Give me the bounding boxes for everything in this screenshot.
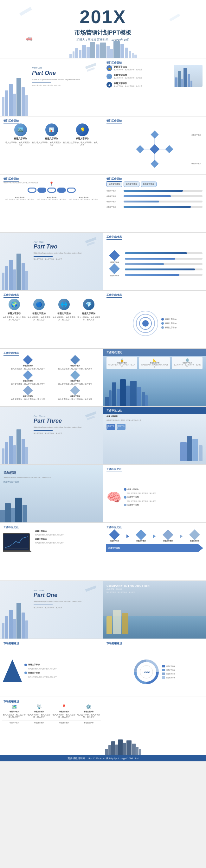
- market-plan-1-title: 市场营销规划: [3, 642, 19, 646]
- company-intro-title: COMPANY INTRODUCTION: [106, 584, 203, 587]
- slide-part-three: Part Three Part Three Subject to all age…: [0, 407, 103, 465]
- slide-concentric-title: 工作完成情况: [106, 293, 122, 298]
- item2-desc: 输入文字添加，输入文字添加，输入文字: [114, 77, 142, 79]
- laptop-screen: [3, 533, 30, 551]
- arr-sep-2: [153, 531, 156, 542]
- mi-item-2: 📡 标题文字添加 输入文字添加，输入文字添加，输入文字: [27, 704, 52, 718]
- slide-company-intro: COMPANY INTRODUCTION 此处填写文字说明 输入文字添加，输入文…: [103, 581, 206, 639]
- slide-dept-1-title: 部门工作总结: [106, 61, 122, 65]
- slide-circles-left-title: 部门工作总结: [3, 119, 19, 123]
- part-one-extra: 输入文字添加，输入文字添加，输入文字: [32, 85, 100, 87]
- mi-icon-1: 🗺️: [12, 704, 17, 709]
- slide-globe-icons: 工作完成情况 🌍 标题文字添加 输入文字添加，输入文字添加，输入文字 🔵 标题文…: [0, 290, 103, 348]
- cycle-diagram-title: 市场营销规划: [106, 642, 122, 646]
- site-footer: 更多模板请访问：http://186c.com 或 http://ppt.cn/…: [0, 755, 206, 762]
- cycle-svg: LOGO: [134, 659, 159, 685]
- globe-item-3: 🌐 标题文字添加 输入文字添加，输入文字添加，输入文字: [52, 299, 76, 321]
- slide-bars-1: 部门工作总结 标题文字添加 标题文字添加 标题文字添加 标题文字添加 标题文字添…: [103, 174, 206, 232]
- slide-cover: 201X 市场营销计划PPT模板 汇报人：王海涛 汇报时间：101010年10月…: [0, 0, 206, 58]
- arr-diamond-2: [136, 529, 146, 540]
- slide-diamond-grid: 工作完成情况 标题文字添加 输入文字添加，输入文字添加，输入文字 标题文字添加 …: [0, 348, 103, 407]
- arr-item-2: 标题文字添加: [136, 531, 146, 542]
- laptop-base: [3, 551, 31, 552]
- thank-you-text: THANK YOU: [123, 721, 187, 731]
- deficiency-city-title: 工作不足之处: [106, 409, 122, 412]
- mi-item-1: 🗺️ 标题文字添加 输入文字添加，输入文字添加，输入文字: [2, 704, 27, 718]
- slide-work-status-1: 工作完成情况 标题文字添加 标题文字添加: [103, 232, 206, 290]
- slide-add-title: 添加标题 Subject to all ages business conten…: [0, 465, 103, 523]
- part-three-extra: 输入文字添加，输入文字添加，输入文字: [34, 432, 100, 434]
- item1-title: 标题文字添加: [114, 66, 142, 68]
- add-title-text: 添加标题: [3, 471, 100, 475]
- laptop-slide-title: 工作不足之处: [3, 526, 19, 530]
- slide-diamonds-1: 部门工作总结 标题文字添加 标题文字添加: [103, 116, 206, 174]
- mi-icon-3: 📍: [61, 704, 67, 709]
- item3-desc: 输入文字添加，输入文字添加，输入文字: [114, 85, 142, 87]
- slide-market-plan-1: 市场营销规划 标题文字添加 输入文字添加，输入文字添加，输入文字 标题文字添加 …: [0, 639, 103, 697]
- slide-city-blue: 工作完成情况 🔒 标题文字添加 输入文字添加，输入文字添加，输入文字 📐: [103, 348, 206, 407]
- mi-icon-4: ⚙️: [86, 704, 91, 709]
- dg-item-5: 标题文字添加 输入文字添加，输入文字添加，输入文字: [11, 387, 45, 401]
- diamond-label-1: 标题文字添加: [192, 134, 201, 136]
- slide-part-one-2: Part One Part One Subject to all ages bu…: [0, 581, 103, 639]
- arr-diamond-4: [189, 529, 200, 540]
- mi-item-3: 📍 标题文字添加 输入文字添加，输入文字添加，输入文字: [52, 704, 76, 718]
- dg-item-2: 标题文字添加 输入文字添加，输入文字添加，输入文字: [58, 356, 92, 370]
- part-two-desc: Subject to all ages business content abo…: [34, 252, 97, 254]
- icon-item-2: 📊 标题文字添加 输入文字添加，输入文字添加，输入文字: [36, 123, 67, 146]
- slide-laptop: 工作不足之处 标题文字添加 输入文字添加，输入文字添加，输入文字: [0, 523, 103, 581]
- cover-title: 201X: [0, 6, 206, 27]
- mi-item-4: ⚙️ 标题文字添加 输入文字添加，输入文字添加，输入文字: [76, 704, 101, 718]
- slide-globe-icons-title: 工作完成情况: [3, 293, 19, 298]
- icon-item-3: 💡 标题文字添加 输入文字添加，输入文字添加，输入文字: [67, 123, 98, 146]
- arr-item-3: 标题文字添加: [163, 531, 173, 542]
- city-slide-title: 工作完成情况: [106, 351, 122, 354]
- slide-chain: 部门工作总结 标题文字添加输入文字输入文字输入文字输入文字 标题文字添加 输入文…: [0, 174, 103, 232]
- dg-diamond-3: [23, 370, 33, 380]
- globe-icon-1: 🌍: [8, 299, 20, 310]
- slide-diamonds-1-title: 部门工作总结: [106, 119, 122, 123]
- slide-market-icons: 市场营销规划 🗺️ 标题文字添加 输入文字添加，输入文字添加，输入文字 📡 标题…: [0, 697, 103, 755]
- slide-bars-1-title: 部门工作总结: [106, 177, 122, 182]
- globe-item-2: 🔵 标题文字添加 输入文字添加，输入文字添加，输入文字: [27, 299, 52, 321]
- dg-diamond-6: [70, 385, 80, 395]
- arr-sep-1: [127, 531, 129, 542]
- slide-dept-1: 部门工作总结 🔒 标题文字添加 输入文字添加，输入文字添加，输入文字: [103, 58, 206, 116]
- icon-item-1: 🏙️ 标题文字添加 输入文字添加，输入文字添加，输入文字: [5, 123, 36, 146]
- part-two-extra: 输入文字添加，输入文字添加，输入文字: [34, 258, 100, 260]
- slide-thank-you: THANK YOU: [103, 697, 206, 755]
- market-triangle: [3, 659, 22, 682]
- globe-icon-4: 💎: [83, 299, 95, 310]
- brain-icon: 🧠: [106, 490, 122, 504]
- arr-diamond-3: [163, 529, 173, 540]
- item2-title: 标题文字添加: [114, 74, 142, 77]
- dg-item-4: 标题文字添加 输入文字添加，输入文字添加，输入文字: [58, 372, 92, 385]
- dg-diamond-1: [23, 355, 33, 365]
- circle-icon-2: 📊: [45, 123, 58, 136]
- slide-circles-left: 部门工作总结 🏙️ 标题文字添加 输入文字添加，输入文字添加，输入文字 📊 标题…: [0, 116, 103, 174]
- svg-text:LOGO: LOGO: [143, 671, 150, 674]
- market-icons-title: 市场营销规划: [3, 700, 19, 704]
- slide-part-one: Part One Part One Subject to all ages bu…: [0, 58, 103, 116]
- dg-item-6: 标题文字添加 输入文字添加，输入文字添加，输入文字: [58, 387, 92, 401]
- part-one-desc: Subject to all ages business content abo…: [32, 79, 95, 81]
- dg-item-3: 标题文字添加 输入文字添加，输入文字添加，输入文字: [11, 372, 45, 385]
- globe-icon-2: 🔵: [33, 299, 45, 310]
- dg-diamond-4: [70, 370, 80, 380]
- slide-chain-title: 部门工作总结: [3, 177, 19, 182]
- slide-work-status-1-title: 工作完成情况: [106, 235, 122, 240]
- globe-item-1: 🌍 标题文字添加 输入文字添加，输入文字添加，输入文字: [2, 299, 27, 321]
- slide-deficiency-city: 工作不足之处 标题文字添加 标题文字添加输入文字输入文字输入文字输入文字 标题文…: [103, 407, 206, 465]
- diamond-label-2: 标题文字添加: [192, 162, 201, 164]
- slide-part-two: Part Two Part Two Subject to all ages bu…: [0, 232, 103, 290]
- part-three-desc: Subject to all ages business content abo…: [34, 426, 97, 429]
- slide-diamond-grid-title: 工作完成情况: [3, 351, 19, 356]
- circle-icon-1: 🏙️: [14, 123, 27, 136]
- arr-diamond-1: [109, 529, 120, 540]
- dg-item-1: 标题文字添加 输入文字添加，输入文字添加，输入文字: [11, 356, 45, 370]
- arr-sep-3: [180, 531, 182, 542]
- slide-brain-deficiency: 工作不足之处 🧠 标题文字添加 输入文字添加，输入文字添加，输入文字 标题文字添…: [103, 465, 206, 523]
- slide-arrow-deficiency: 工作不足之处 标题文字添加 标题文字添加: [103, 523, 206, 581]
- mi-icon-2: 📡: [36, 704, 42, 709]
- dg-diamond-2: [70, 355, 80, 365]
